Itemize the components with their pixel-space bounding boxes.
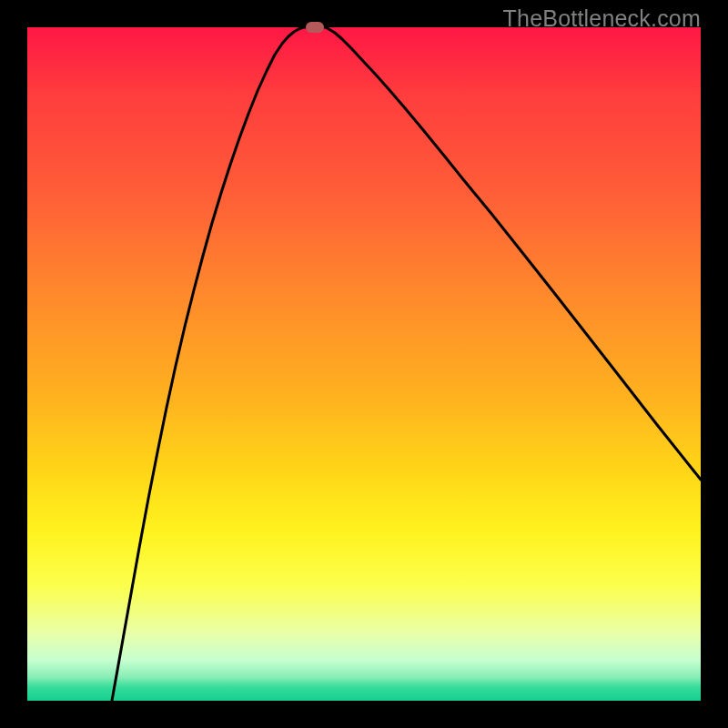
plot-area [27, 27, 701, 701]
bottleneck-curve [27, 27, 701, 701]
chart-frame: TheBottleneck.com [0, 0, 728, 728]
optimum-marker [306, 22, 324, 33]
